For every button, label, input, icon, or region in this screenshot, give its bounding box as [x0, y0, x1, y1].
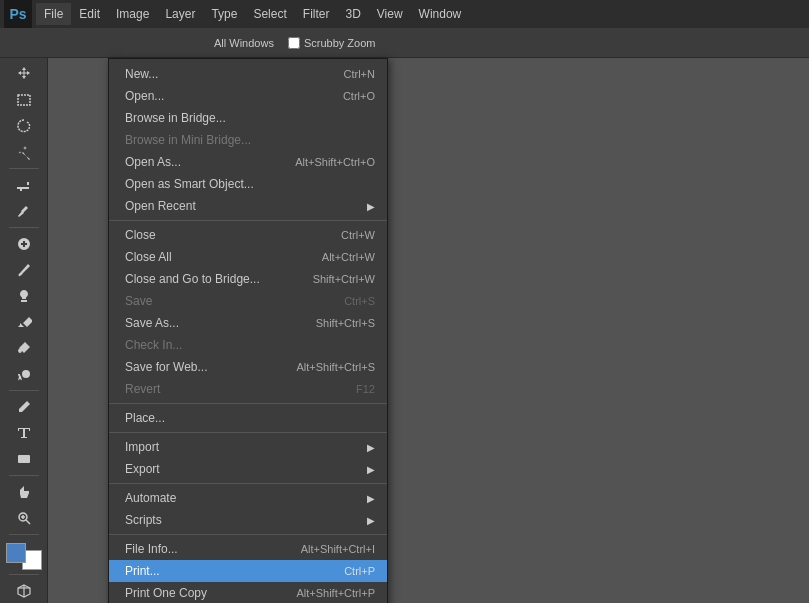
menu-close-all-shortcut: Alt+Ctrl+W — [322, 251, 375, 263]
foreground-color-swatch[interactable] — [6, 543, 26, 563]
menu-save-web-label: Save for Web... — [125, 360, 207, 374]
menu-place[interactable]: Place... — [109, 407, 387, 429]
menu-print-one-shortcut: Alt+Shift+Ctrl+P — [296, 587, 375, 599]
toolbar — [0, 58, 48, 603]
separator-5 — [109, 534, 387, 535]
hand-tool[interactable] — [8, 480, 40, 504]
move-tool[interactable] — [8, 62, 40, 86]
menu-automate[interactable]: Automate ▶ — [109, 487, 387, 509]
menu-image[interactable]: Image — [108, 3, 157, 25]
type-tool[interactable] — [8, 421, 40, 445]
menu-save[interactable]: Save Ctrl+S — [109, 290, 387, 312]
menu-scripts-label: Scripts — [125, 513, 162, 527]
menu-open-recent[interactable]: Open Recent ▶ — [109, 195, 387, 217]
menu-save-web[interactable]: Save for Web... Alt+Shift+Ctrl+S — [109, 356, 387, 378]
menu-scripts-arrow: ▶ — [367, 515, 375, 526]
brush-tool[interactable] — [8, 258, 40, 282]
menu-close-bridge-shortcut: Shift+Ctrl+W — [313, 273, 375, 285]
scrubby-zoom-checkbox[interactable] — [288, 37, 300, 49]
toolbar-separator-2 — [9, 227, 39, 228]
menu-new[interactable]: New... Ctrl+N — [109, 63, 387, 85]
color-swatches[interactable] — [6, 543, 42, 570]
menu-revert-shortcut: F12 — [356, 383, 375, 395]
menu-file-info-shortcut: Alt+Shift+Ctrl+I — [301, 543, 375, 555]
menu-save-web-shortcut: Alt+Shift+Ctrl+S — [296, 361, 375, 373]
menu-new-shortcut: Ctrl+N — [344, 68, 375, 80]
toolbar-separator-1 — [9, 168, 39, 169]
magic-wand-tool[interactable] — [8, 140, 40, 164]
menu-close[interactable]: Close Ctrl+W — [109, 224, 387, 246]
menu-print-one-label: Print One Copy — [125, 586, 207, 600]
menu-browse-mini[interactable]: Browse in Mini Bridge... — [109, 129, 387, 151]
menu-open-as-shortcut: Alt+Shift+Ctrl+O — [295, 156, 375, 168]
menu-3d[interactable]: 3D — [337, 3, 368, 25]
toolbar-separator-5 — [9, 534, 39, 535]
separator-1 — [109, 220, 387, 221]
menu-close-all[interactable]: Close All Alt+Ctrl+W — [109, 246, 387, 268]
toolbar-separator-6 — [9, 574, 39, 575]
3d-object-tool[interactable] — [8, 579, 40, 603]
eyedropper-tool[interactable] — [8, 199, 40, 223]
menu-save-as-label: Save As... — [125, 316, 179, 330]
menu-file[interactable]: File — [36, 3, 71, 25]
menu-close-label: Close — [125, 228, 156, 242]
menu-import[interactable]: Import ▶ — [109, 436, 387, 458]
toolbar-separator-3 — [9, 390, 39, 391]
menu-layer[interactable]: Layer — [157, 3, 203, 25]
menu-revert-label: Revert — [125, 382, 160, 396]
separator-4 — [109, 483, 387, 484]
menu-window[interactable]: Window — [411, 3, 470, 25]
menu-browse-bridge[interactable]: Browse in Bridge... — [109, 107, 387, 129]
menu-scripts[interactable]: Scripts ▶ — [109, 509, 387, 531]
svg-rect-1 — [18, 455, 30, 463]
dodge-tool[interactable] — [8, 362, 40, 386]
menu-export[interactable]: Export ▶ — [109, 458, 387, 480]
menu-new-label: New... — [125, 67, 158, 81]
menu-edit[interactable]: Edit — [71, 3, 108, 25]
bucket-tool[interactable] — [8, 336, 40, 360]
menu-close-bridge-label: Close and Go to Bridge... — [125, 272, 260, 286]
heal-tool[interactable] — [8, 232, 40, 256]
menu-save-label: Save — [125, 294, 152, 308]
menu-type[interactable]: Type — [203, 3, 245, 25]
menu-print-shortcut: Ctrl+P — [344, 565, 375, 577]
lasso-tool[interactable] — [8, 114, 40, 138]
menu-open-label: Open... — [125, 89, 164, 103]
menu-print-label: Print... — [125, 564, 160, 578]
menu-automate-label: Automate — [125, 491, 176, 505]
pen-tool[interactable] — [8, 395, 40, 419]
menu-open-shortcut: Ctrl+O — [343, 90, 375, 102]
fit-all-button[interactable]: All Windows — [208, 35, 280, 51]
menu-browse-bridge-label: Browse in Bridge... — [125, 111, 226, 125]
menu-print-one[interactable]: Print One Copy Alt+Shift+Ctrl+P — [109, 582, 387, 603]
menu-open[interactable]: Open... Ctrl+O — [109, 85, 387, 107]
menu-open-recent-label: Open Recent — [125, 199, 196, 213]
menu-file-info[interactable]: File Info... Alt+Shift+Ctrl+I — [109, 538, 387, 560]
menu-export-arrow: ▶ — [367, 464, 375, 475]
menu-import-arrow: ▶ — [367, 442, 375, 453]
separator-3 — [109, 432, 387, 433]
menu-view[interactable]: View — [369, 3, 411, 25]
menu-save-as[interactable]: Save As... Shift+Ctrl+S — [109, 312, 387, 334]
menu-save-shortcut: Ctrl+S — [344, 295, 375, 307]
stamp-tool[interactable] — [8, 284, 40, 308]
menu-print[interactable]: Print... Ctrl+P — [109, 560, 387, 582]
menu-close-bridge[interactable]: Close and Go to Bridge... Shift+Ctrl+W — [109, 268, 387, 290]
shape-tool[interactable] — [8, 447, 40, 471]
menu-open-recent-arrow: ▶ — [367, 201, 375, 212]
eraser-tool[interactable] — [8, 310, 40, 334]
menu-check-in-label: Check In... — [125, 338, 182, 352]
menu-automate-arrow: ▶ — [367, 493, 375, 504]
menu-filter[interactable]: Filter — [295, 3, 338, 25]
menu-check-in[interactable]: Check In... — [109, 334, 387, 356]
menu-open-smart[interactable]: Open as Smart Object... — [109, 173, 387, 195]
svg-line-3 — [26, 520, 30, 524]
crop-tool[interactable] — [8, 173, 40, 197]
menu-open-as[interactable]: Open As... Alt+Shift+Ctrl+O — [109, 151, 387, 173]
menu-save-as-shortcut: Shift+Ctrl+S — [316, 317, 375, 329]
menu-select[interactable]: Select — [245, 3, 294, 25]
rect-marquee-tool[interactable] — [8, 88, 40, 112]
menu-revert[interactable]: Revert F12 — [109, 378, 387, 400]
canvas-area: New... Ctrl+N Open... Ctrl+O Browse in B… — [48, 58, 809, 603]
zoom-tool[interactable] — [8, 506, 40, 530]
